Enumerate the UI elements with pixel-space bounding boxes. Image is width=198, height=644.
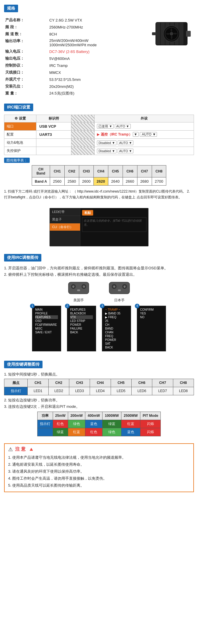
osd-menu-item: FEATURES (70, 308, 93, 312)
irc-osd-instructions: 1. 开启遥控器，油门回中，方向摇杆推到最左，俯仰摇杆推到最顶。图传画面将会显示… (4, 265, 194, 278)
irc-row-right: Disabled ▼AUTO ▼ (95, 139, 194, 147)
spec-label: 输出功率： (5, 38, 49, 48)
irc-port-table: ⚙ 设置 标识符 外设 端口USB VCP已使用 ▼AUTO ▼配置UART3▶… (4, 115, 194, 155)
freq-btn-header: CH4 (90, 379, 111, 387)
osd-menu-item: BACK (70, 330, 93, 334)
freq-col-header: CH1 (50, 166, 65, 177)
bf-item-led[interactable]: LED灯带 (50, 208, 80, 216)
osd-menu-item: BAND (105, 327, 128, 330)
irc-select-main[interactable]: Disabled ▼ (97, 140, 116, 145)
note-item: 5. 使用高品质天线可以延长图传的传输距离。 (8, 482, 190, 489)
betaflight-box: LED灯带 黑盒子 CLI（命令行） 粘贴 在这里输入你的命令。按Tab 可以进… (50, 208, 148, 246)
bf-content-area: 粘贴 在这里输入你的命令。按Tab 可以进行自动填充。 (80, 208, 148, 246)
specs-title: 规格 (4, 5, 18, 12)
bf-sidebar: LED灯带 黑盒子 CLI（命令行） (50, 208, 80, 246)
controller-us-svg: ↕ ↔ (67, 281, 90, 297)
irc-select-main[interactable]: 已使用 ▼ (97, 124, 114, 129)
note-item: 3. 请在通风良好的环境下使用以保持高功率。 (8, 468, 190, 475)
spec-label: 频 段： (5, 24, 49, 30)
bf-paste-label: 粘贴 (82, 210, 93, 216)
freq-btn-header: CH2 (48, 379, 69, 387)
bf-item-cli[interactable]: CLI（命令行） (50, 223, 80, 231)
power-cell: 闪烁 (140, 428, 161, 436)
power-cell: 红蓝 (121, 420, 140, 428)
freq-value: 2560 (50, 177, 65, 186)
spec-value: 5V@600mA (49, 55, 146, 62)
freq-table-title: 图传频率表： (4, 158, 30, 163)
bf-cli-area[interactable]: 在这里输入你的命令。按Tab 可以进行自动填充。 (82, 217, 146, 232)
osd-menu-item: PROFILE (35, 312, 58, 315)
freq-btn-header: CH1 (28, 379, 48, 387)
osd-menu-item: 25 (105, 319, 128, 323)
spec-value: 53.5*32.5*15.5mm (49, 76, 146, 83)
osd-menu: 4CONFIRMYESNO (137, 306, 166, 351)
power-header: 1000MW (102, 412, 121, 420)
freq-btn-header: CH6 (131, 379, 152, 387)
bf-item-blackbox[interactable]: 黑盒子 (50, 216, 80, 223)
irc-col-device: 外设 (95, 115, 194, 122)
irc-col-settings: ⚙ 设置 (4, 115, 36, 122)
specs-block: 产品名称：CY 2.6G 2.5W VTX频 段：2560MHz-2700MHz… (0, 14, 198, 99)
osd-menu-item: CONFIRM (140, 308, 163, 312)
irc-row-hatch (71, 122, 95, 131)
freq-col-header: CH8 (152, 166, 166, 177)
power-cell: 红色 (85, 428, 102, 436)
betaflight-layout: LED灯带 黑盒子 CLI（命令行） 粘贴 在这里输入你的命令。按Tab 可以进… (50, 208, 148, 246)
freq-btn-header: CH8 (173, 379, 194, 387)
freq-btn-header: 频点 (4, 379, 28, 387)
svg-rect-11 (186, 31, 191, 37)
spec-value: 20x20mm(M2) (49, 83, 146, 90)
power-cell: 绿色 (68, 420, 85, 428)
power-header: PIT Mode (140, 412, 161, 420)
osd-menu-item: SAT (105, 342, 128, 346)
freq-table: CH BandCH1CH2CH3CH4CH5CH6CH7CH8 Band A25… (32, 165, 167, 186)
osd-menu-number: 4 (135, 304, 139, 308)
irc-select-auto[interactable]: AUTO ▼ (118, 149, 133, 153)
led-cell: LED1 (28, 387, 48, 395)
spec-label: 频 道 数： (5, 31, 49, 37)
osd-menu-item: ▶ FREQ (105, 315, 128, 319)
spec-value: MMCX (49, 69, 146, 76)
osd-menu-item: BLACKBOX (70, 312, 93, 315)
irc-row-identifier: USB VCP (36, 122, 71, 131)
osd-menu-item: CHAN (105, 330, 128, 334)
freq-value: 2600 (79, 177, 93, 186)
osd-menu-item: BACK (105, 346, 128, 349)
specs-section: 规格 产品名称：CY 2.6G 2.5W VTX频 段：2560MHz-2700… (0, 0, 198, 99)
controller-us: ↕ ↔ 美国手 (67, 281, 90, 303)
notes-header: ⚠ 注 意 🔺 (8, 446, 190, 453)
osd-menu-item: FEATURES (35, 315, 58, 319)
spec-label: 外观尺寸： (5, 76, 49, 83)
osd-menu: 1MAINPROFILEFEATURESOSDFC&FIRMWAREMISCSA… (32, 306, 61, 351)
freq-btn-header: CH5 (111, 379, 131, 387)
power-row-label: 指示灯 (37, 420, 53, 428)
power-cell: 闪烁 (140, 420, 161, 428)
irc-select-main[interactable]: Disabled ▼ (97, 149, 116, 153)
btn-desc1: 1. 短按中间按键1秒，切换频点。 (4, 372, 194, 377)
controller-jp: ↔ ↕ 日本手 (108, 281, 131, 303)
irc-row-identifier (36, 139, 71, 147)
spec-value: 24.5克(仅图传) (49, 90, 146, 97)
irc-instructions: 1. 扫描下方二维码 或打开浏览器输入网址： （ http://www.idc-… (4, 188, 194, 200)
irc-select-auto[interactable]: AUTO ▼ (115, 124, 130, 129)
spec-value: 8CH (49, 31, 146, 37)
irc-select-auto[interactable]: AUTO ▼ (118, 140, 133, 145)
irc-row-label: 配置 (4, 131, 36, 139)
freq-btn-header: CH3 (69, 379, 90, 387)
led-cell: LED3 (69, 387, 90, 395)
freq-value: 2660 (123, 177, 137, 186)
power-header-label: 功率 (37, 412, 53, 420)
indicator-label: 指示灯 (4, 387, 28, 395)
page-root: 规格 产品名称：CY 2.6G 2.5W VTX频 段：2560MHz-2700… (0, 0, 198, 501)
note-item: 1. 使用本产品请遵守当地无线电法律法规，使用当地允许的频道频率。 (8, 454, 190, 461)
svg-text:↔: ↔ (83, 286, 85, 288)
osd-menu-item: NO (140, 315, 163, 319)
freq-col-header: CH4 (93, 166, 108, 177)
osd-menu-item: POWER (105, 338, 128, 342)
svg-rect-10 (152, 32, 156, 35)
note-item: 2. 通电前请安装天线，以延长图传使用寿命。 (8, 461, 190, 468)
power-header: 25mW (53, 412, 68, 420)
led-cell: LED8 (173, 387, 194, 395)
spec-value: 25mW/200mW/400mW 1000mW/2500mW/Pit mode (49, 38, 146, 48)
notes-section: ⚠ 注 意 🔺 1. 使用本产品请遵守当地无线电法律法规，使用当地允许的频道频率… (4, 443, 194, 492)
